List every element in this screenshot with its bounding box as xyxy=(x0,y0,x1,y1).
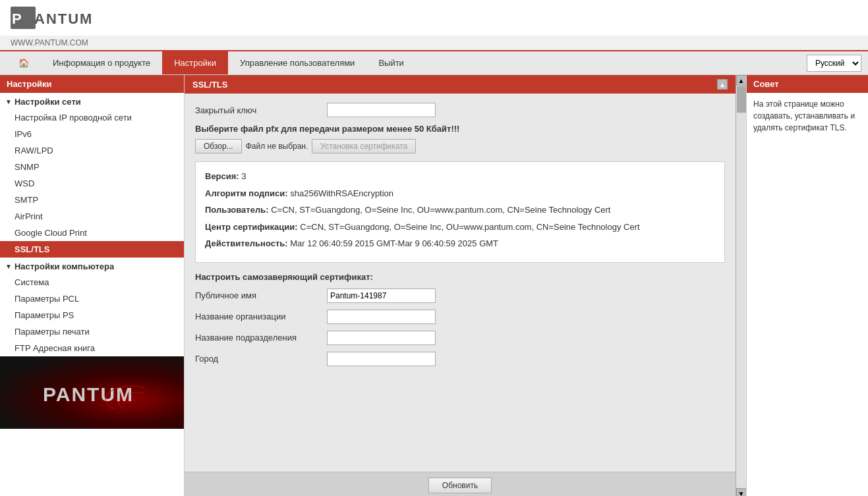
private-key-row: Закрытый ключ xyxy=(195,103,725,117)
sidebar-item-ftp[interactable]: FTP Адресная книга xyxy=(0,340,184,356)
svg-text:PANTUM: PANTUM xyxy=(43,383,134,405)
dept-row: Название подразделения xyxy=(195,331,725,345)
sidebar-item-smtp[interactable]: SMTP xyxy=(0,192,184,208)
tip-body: На этой странице можно создавать, устана… xyxy=(747,93,868,139)
org-name-row: Название организации xyxy=(195,310,725,324)
sidebar-item-wsd[interactable]: WSD xyxy=(0,175,184,192)
scrollbar: ▲ ▼ xyxy=(736,75,746,496)
sidebar-item-gcp[interactable]: Google Cloud Print xyxy=(0,225,184,241)
nav-settings[interactable]: Настройки xyxy=(162,51,228,74)
sidebar-title: Настройки xyxy=(0,75,184,93)
sidebar-item-airprint[interactable]: AirPrint xyxy=(0,208,184,225)
sidebar-item-ip[interactable]: Настройка IP проводной сети xyxy=(0,109,184,126)
sidebar-item-pcl[interactable]: Параметры PCL xyxy=(0,290,184,307)
file-notice: Выберите файл pfx для передачи размером … xyxy=(195,124,725,134)
sidebar: Настройки Настройки сети Настройка IP пр… xyxy=(0,75,185,496)
sidebar-item-ps[interactable]: Параметры PS xyxy=(0,307,184,323)
nav-logout[interactable]: Выйти xyxy=(366,51,416,74)
browse-button[interactable]: Обзор... xyxy=(195,139,242,153)
cert-info-box: Версия: 3 Алгоритм подписи: sha256WithRS… xyxy=(195,161,725,263)
sidebar-item-ssl[interactable]: SSL/TLS xyxy=(0,241,184,258)
main-layout: Настройки Настройки сети Настройка IP пр… xyxy=(0,75,868,496)
sidebar-pantum-logo: PANTUM xyxy=(40,376,145,409)
sidebar-banner: PANTUM xyxy=(0,356,184,429)
nav-users[interactable]: Управление пользователями xyxy=(228,51,366,74)
self-signed-heading: Настроить самозаверяющий сертификат: xyxy=(195,272,725,282)
public-name-row: Публичное имя xyxy=(195,289,725,303)
pantum-logo: P ANTUM xyxy=(11,5,116,30)
public-name-input[interactable] xyxy=(327,289,436,303)
scrollbar-down[interactable]: ▼ xyxy=(736,488,747,496)
tip-panel: Совет На этой странице можно создавать, … xyxy=(746,75,868,496)
cert-validity-line: Действительность: Mar 12 06:40:59 2015 G… xyxy=(205,237,715,250)
file-select-row: Обзор... Файл не выбран. Установка серти… xyxy=(195,139,725,153)
file-none-text: Файл не выбран. xyxy=(246,142,308,151)
nav-info[interactable]: Информация о продукте xyxy=(41,51,162,74)
install-cert-button[interactable]: Установка сертификата xyxy=(312,139,416,153)
website-url: WWW.PANTUM.COM xyxy=(11,38,88,47)
sidebar-item-ipv6[interactable]: IPv6 xyxy=(0,126,184,142)
city-input[interactable] xyxy=(327,352,436,366)
public-name-label: Публичное имя xyxy=(195,290,327,300)
nav-home[interactable]: 🏠 xyxy=(7,51,41,74)
cert-algo-line: Алгоритм подписи: sha256WithRSAEncryptio… xyxy=(205,187,715,200)
sidebar-item-system[interactable]: Система xyxy=(0,274,184,290)
dept-input[interactable] xyxy=(327,331,436,345)
svg-text:ANTUM: ANTUM xyxy=(34,11,93,27)
language-select[interactable]: Русский English xyxy=(807,55,861,72)
scroll-up-btn[interactable]: ▲ xyxy=(717,79,728,90)
main-panel: SSL/TLS ▲ Закрытый ключ Выберите файл pf… xyxy=(185,75,746,496)
header-logo-area: P ANTUM xyxy=(0,0,868,36)
scrollbar-up[interactable]: ▲ xyxy=(736,75,747,86)
private-key-label: Закрытый ключ xyxy=(195,105,327,115)
private-key-input[interactable] xyxy=(327,103,436,117)
panel-title: SSL/TLS ▲ xyxy=(185,75,736,94)
panel-body: Закрытый ключ Выберите файл pfx для пере… xyxy=(185,94,736,472)
cert-version-line: Версия: 3 xyxy=(205,170,715,183)
svg-text:P: P xyxy=(12,11,22,27)
sidebar-item-raw[interactable]: RAW/LPD xyxy=(0,142,184,159)
nav-bar: 🏠 Информация о продукте Настройки Управл… xyxy=(0,51,868,75)
dept-label: Название подразделения xyxy=(195,333,327,343)
city-label: Город xyxy=(195,354,327,364)
bottom-bar: Обновить xyxy=(185,472,736,496)
subheader: WWW.PANTUM.COM xyxy=(0,36,868,51)
sidebar-item-print[interactable]: Параметры печати xyxy=(0,323,184,340)
update-button[interactable]: Обновить xyxy=(428,478,492,493)
tip-title: Совет xyxy=(747,75,868,93)
city-row: Город xyxy=(195,352,725,366)
cert-user-line: Пользователь: C=CN, ST=Guangdong, O=Sein… xyxy=(205,204,715,217)
sidebar-section-network[interactable]: Настройки сети xyxy=(0,93,184,109)
cert-ca-line: Центр сертификации: C=CN, ST=Guangdong, … xyxy=(205,221,715,234)
sidebar-item-snmp[interactable]: SNMP xyxy=(0,159,184,175)
org-name-label: Название организации xyxy=(195,312,327,321)
sidebar-section-computer[interactable]: Настройки компьютера xyxy=(0,258,184,274)
org-name-input[interactable] xyxy=(327,310,436,324)
